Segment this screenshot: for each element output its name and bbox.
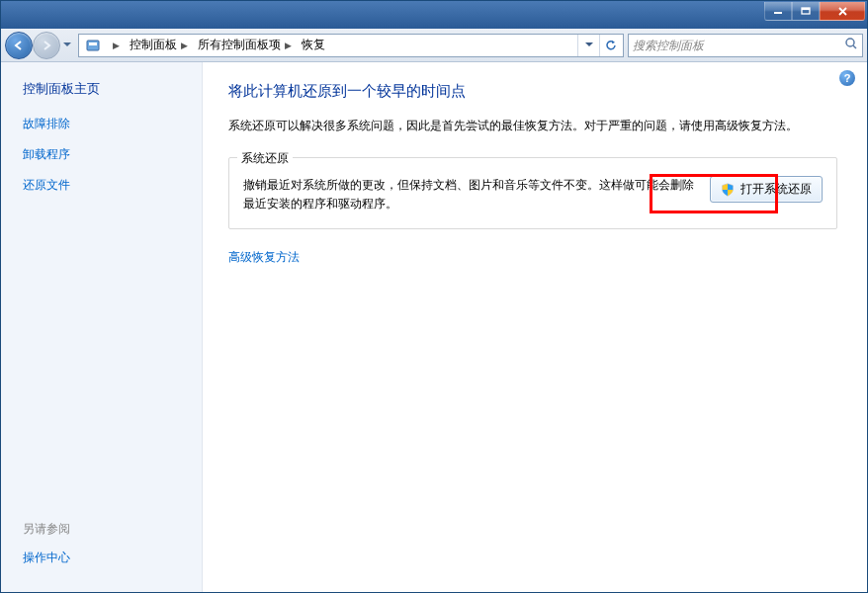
- search-icon[interactable]: [844, 37, 858, 53]
- navigation-bar: ▶ 控制面板 ▶ 所有控制面板项 ▶ 恢复: [1, 29, 867, 62]
- sidebar-link-restore-files[interactable]: 还原文件: [23, 177, 190, 194]
- section-legend: 系统还原: [237, 150, 293, 167]
- sidebar-title[interactable]: 控制面板主页: [23, 80, 190, 98]
- refresh-button[interactable]: [599, 35, 621, 56]
- sidebar-link-troubleshoot[interactable]: 故障排除: [23, 116, 190, 132]
- chevron-right-icon: ▶: [181, 41, 188, 50]
- back-button[interactable]: [5, 32, 33, 59]
- breadcrumb-root[interactable]: ▶: [105, 35, 126, 56]
- search-box[interactable]: [628, 34, 863, 57]
- forward-button[interactable]: [33, 32, 60, 59]
- chevron-down-icon: [585, 42, 593, 47]
- button-label: 打开系统还原: [740, 181, 812, 198]
- sidebar: 控制面板主页 故障排除 卸载程序 还原文件 另请参阅 操作中心: [1, 62, 203, 592]
- breadcrumb-label: 恢复: [302, 37, 325, 53]
- window-buttons: [764, 2, 865, 22]
- uac-shield-icon: [721, 183, 735, 197]
- advanced-recovery-link[interactable]: 高级恢复方法: [228, 249, 837, 266]
- help-button[interactable]: ?: [839, 70, 855, 86]
- control-panel-icon: [84, 37, 102, 54]
- close-icon: [837, 7, 848, 16]
- refresh-icon: [604, 39, 618, 52]
- page-title: 将此计算机还原到一个较早的时间点: [228, 82, 837, 101]
- svg-rect-2: [802, 8, 810, 10]
- breadcrumb-item-0[interactable]: 控制面板 ▶: [126, 35, 194, 56]
- nav-buttons: [5, 32, 74, 59]
- breadcrumb-item-2[interactable]: 恢复: [298, 35, 331, 56]
- page-description: 系统还原可以解决很多系统问题，因此是首先尝试的最佳恢复方法。对于严重的问题，请使…: [228, 117, 837, 135]
- address-bar[interactable]: ▶ 控制面板 ▶ 所有控制面板项 ▶ 恢复: [78, 34, 624, 57]
- main-content: ? 将此计算机还原到一个较早的时间点 系统还原可以解决很多系统问题，因此是首先尝…: [203, 62, 867, 592]
- chevron-down-icon: [63, 42, 71, 47]
- see-also-label: 另请参阅: [23, 521, 190, 538]
- control-panel-window: ▶ 控制面板 ▶ 所有控制面板项 ▶ 恢复: [0, 0, 868, 593]
- chevron-right-icon: ▶: [285, 41, 292, 50]
- sidebar-link-action-center[interactable]: 操作中心: [23, 550, 190, 566]
- sidebar-link-uninstall[interactable]: 卸载程序: [23, 146, 190, 163]
- svg-rect-0: [774, 12, 782, 14]
- content-body: 控制面板主页 故障排除 卸载程序 还原文件 另请参阅 操作中心 ? 将此计算机还…: [1, 62, 867, 592]
- arrow-left-icon: [12, 39, 26, 52]
- breadcrumb-label: 所有控制面板项: [198, 37, 281, 53]
- close-button[interactable]: [820, 2, 865, 21]
- maximize-button[interactable]: [792, 2, 820, 21]
- restore-description: 撤销最近对系统所做的更改，但保持文档、图片和音乐等文件不变。这样做可能会删除最近…: [243, 176, 694, 213]
- breadcrumb-label: 控制面板: [130, 37, 177, 53]
- open-system-restore-button[interactable]: 打开系统还原: [710, 176, 823, 203]
- arrow-right-icon: [40, 39, 53, 52]
- minimize-button[interactable]: [764, 2, 792, 21]
- system-restore-section: 系统还原 撤销最近对系统所做的更改，但保持文档、图片和音乐等文件不变。这样做可能…: [228, 157, 837, 228]
- svg-line-6: [853, 45, 856, 48]
- search-input[interactable]: [633, 39, 844, 52]
- chevron-right-icon: ▶: [113, 41, 120, 50]
- nav-history-dropdown[interactable]: [60, 36, 74, 55]
- svg-point-5: [846, 39, 854, 46]
- svg-rect-4: [89, 42, 97, 45]
- titlebar: [1, 1, 867, 29]
- breadcrumb-item-1[interactable]: 所有控制面板项 ▶: [194, 35, 298, 56]
- maximize-icon: [801, 7, 811, 15]
- address-dropdown-button[interactable]: [577, 35, 599, 56]
- minimize-icon: [773, 7, 783, 15]
